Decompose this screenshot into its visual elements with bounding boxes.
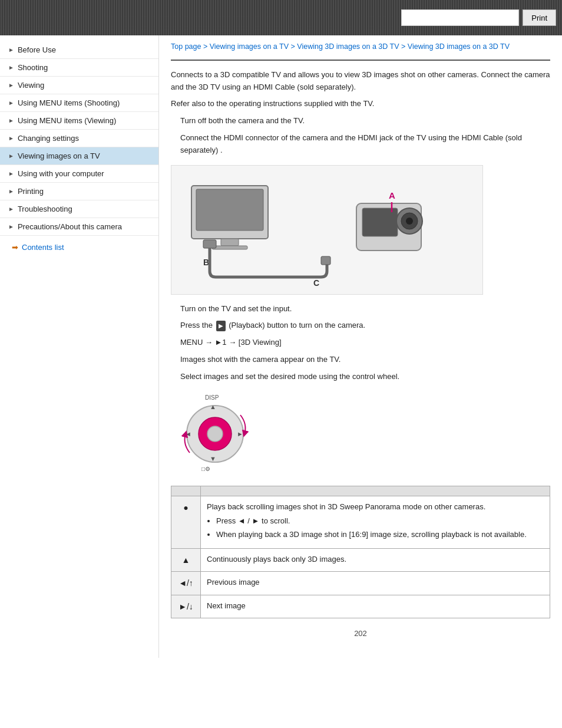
chevron-right-icon: ► [8,47,14,53]
sidebar-item-viewing[interactable]: ► Viewing [0,77,158,94]
breadcrumb-sep3: > [401,42,408,51]
step4-pre: Press the [180,321,213,330]
playback-icon: ▶ [216,321,226,331]
svg-rect-1 [196,189,263,230]
table-header-row [171,486,550,496]
sidebar-item-printing[interactable]: ► Printing [0,183,158,200]
step1-text: Turn off both the camera and the TV. [180,115,550,127]
contents-list-label: Contents list [22,243,64,252]
svg-rect-2 [221,239,239,246]
breadcrumb-sep2: > [291,42,297,51]
control-wheel-svg: DISP ▲ ▼ ◄ ► [171,391,265,474]
page-number: 202 [171,628,550,640]
svg-text:C: C [313,278,319,288]
step2-text: Connect the HDMI connector of the camera… [180,132,550,157]
sidebar-item-menu-shooting[interactable]: ► Using MENU items (Shooting) [0,94,158,112]
svg-text:DISP: DISP [205,394,219,401]
chevron-right-icon: ► [8,82,14,88]
breadcrumb-viewing-tv[interactable]: Viewing images on a TV [210,42,289,51]
info-table: ● Plays back scrolling images shot in 3D… [171,486,550,619]
sidebar-item-precautions[interactable]: ► Precautions/About this camera [0,218,158,236]
sidebar-item-label: Precautions/About this camera [18,222,122,231]
sidebar: ► Before Use ► Shooting ► Viewing ► Usin… [0,35,159,658]
sidebar-item-label: Using MENU items (Shooting) [18,98,120,107]
sidebar-item-viewing-tv[interactable]: ► Viewing images on a TV [0,147,158,165]
sidebar-item-label: Viewing [18,81,44,90]
breadcrumb-3d-tv2[interactable]: Viewing 3D images on a 3D TV [408,42,510,51]
sidebar-item-label: Using MENU items (Viewing) [18,116,116,125]
step3-text: Turn on the TV and set the input. [180,303,550,315]
sidebar-item-label: Changing settings [18,134,79,143]
breadcrumb: Top page > Viewing images on a TV > View… [171,41,550,52]
chevron-right-icon: ► [8,135,14,141]
header: Print [0,0,562,35]
sidebar-item-changing-settings[interactable]: ► Changing settings [0,130,158,147]
sidebar-item-label: Using with your computer [18,169,104,178]
chevron-right-icon: ► [8,188,14,195]
search-input[interactable] [401,9,519,26]
chevron-right-icon: ► [8,170,14,177]
table-cell-desc-prev: Previous image [201,572,550,595]
step5-text: MENU → ►1 → [3D Viewing] [180,337,550,349]
svg-text:▲: ▲ [210,403,216,410]
table-cell-desc-next: Next image [201,595,550,618]
sidebar-item-label: Troubleshooting [18,205,72,213]
sidebar-item-shooting[interactable]: ► Shooting [0,59,158,77]
table-cell-icon-next: ►/↓ [171,595,201,618]
sidebar-item-troubleshooting[interactable]: ► Troubleshooting [0,200,158,218]
svg-text:□⚙: □⚙ [201,466,210,472]
svg-rect-5 [203,240,216,248]
chevron-right-icon: ► [8,206,14,212]
table-header-icon [171,486,201,496]
intro-text: Connects to a 3D compatible TV and allow… [171,69,550,94]
sidebar-item-label: Viewing images on a TV [18,151,100,160]
chevron-right-icon: ► [8,64,14,71]
sidebar-item-menu-viewing[interactable]: ► Using MENU items (Viewing) [0,112,158,130]
table-cell-icon-triangle: ▲ [171,548,201,571]
connection-diagram-svg: B A [174,168,480,292]
table-row: ▲ Continuously plays back only 3D images… [171,548,550,571]
svg-text:▼: ▼ [210,455,216,462]
chevron-right-icon: ► [8,100,14,106]
table-cell-icon-prev: ◄/↑ [171,572,201,595]
step7-text: Select images and set the desired mode u… [180,371,550,383]
table-cell-desc-bullet: Plays back scrolling images shot in 3D S… [201,496,550,548]
sidebar-item-label: Printing [18,187,44,196]
page-content: Connects to a 3D compatible TV and allow… [171,69,550,640]
breadcrumb-top[interactable]: Top page [171,42,201,51]
table-cell-desc-triangle: Continuously plays back only 3D images. [201,548,550,571]
print-button[interactable]: Print [523,9,556,26]
control-wheel-diagram: DISP ▲ ▼ ◄ ► [171,391,265,474]
svg-rect-6 [321,256,330,265]
content-divider [171,60,550,61]
chevron-right-icon: ► [8,223,14,230]
content-area: Top page > Viewing images on a TV > View… [159,35,562,658]
table-row: ● Plays back scrolling images shot in 3D… [171,496,550,548]
chevron-right-icon: ► [8,117,14,124]
breadcrumb-3d-tv[interactable]: Viewing 3D images on a 3D TV [297,42,399,51]
step4-text: Press the ▶ (Playback) button to turn on… [180,319,550,332]
step4-post: (Playback) button to turn on the camera. [229,321,365,330]
sidebar-item-label: Shooting [18,63,48,72]
table-row: ◄/↑ Previous image [171,572,550,595]
breadcrumb-sep1: > [203,42,210,51]
svg-text:A: A [389,190,395,200]
sidebar-item-label: Before Use [18,45,56,54]
diagram-image: B A [171,165,483,295]
svg-point-11 [406,218,413,225]
table-row: ►/↓ Next image [171,595,550,618]
step6-text: Images shot with the camera appear on th… [180,354,550,366]
table-cell-icon-bullet: ● [171,496,201,548]
table-header-desc [201,486,550,496]
contents-list-link[interactable]: ➡ Contents list [0,236,158,259]
sidebar-item-computer[interactable]: ► Using with your computer [0,165,158,183]
arrow-right-icon: ➡ [12,243,18,252]
chevron-right-icon: ► [8,153,14,159]
sidebar-item-before-use[interactable]: ► Before Use [0,41,158,59]
main-layout: ► Before Use ► Shooting ► Viewing ► Usin… [0,35,562,658]
svg-point-18 [207,426,223,442]
svg-rect-3 [212,246,247,249]
svg-rect-8 [362,208,398,236]
svg-text:►: ► [237,430,243,437]
refer-text: Refer also to the operating instructions… [171,98,550,110]
